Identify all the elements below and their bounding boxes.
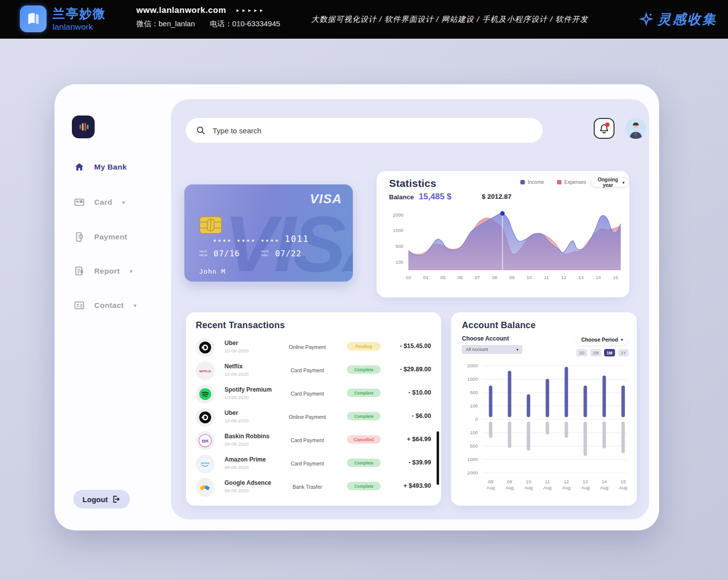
account-balance-card: Account Balance Choose Account All Accou… [451,312,637,506]
svg-text:Aug: Aug [619,485,627,490]
transaction-name: Amazon Prime [224,456,266,463]
logout-icon [112,495,120,504]
card-number: ★★★★ ★★★★ ★★★★ 1011 [213,234,309,244]
transaction-amount: - $29.89.00 [384,366,431,373]
transaction-name: Uber [224,340,238,347]
sidebar-item-contact[interactable]: Contact▾ [73,298,136,313]
choose-account-label: Choose Account [462,335,509,342]
svg-text:100: 100 [395,259,403,265]
lanlanwork-logo-icon [20,5,47,32]
transaction-method: Card Payment [278,437,337,443]
svg-text:100: 100 [470,430,478,435]
main-panel: VISA VISA ★★★★ ★★★★ ★★★★ 1011 [171,99,649,520]
svg-text:07: 07 [475,275,480,280]
svg-text:1000: 1000 [393,228,403,233]
balance-value: 15,485 $ [419,192,451,202]
transaction-date: 10-08-2020 [224,371,249,377]
arrows-decoration: ►►►►► [235,8,265,13]
svg-text:1000: 1000 [467,457,478,462]
svg-text:12: 12 [564,479,569,484]
search-bar[interactable] [186,118,543,143]
search-input[interactable] [212,126,533,135]
brand-text: 兰亭妙微 lanlanwork [53,5,106,32]
period-button-1y[interactable]: 1Y [618,349,629,356]
svg-text:Aug: Aug [505,485,514,490]
chevron-down-icon: ▾ [130,268,133,275]
transaction-date: 10-08-2020 [224,348,249,353]
transaction-name: Baskin Robbins [224,433,270,440]
collect-label: 灵感收集 [658,10,717,28]
valid-from-value: 07/16 [214,249,240,258]
svg-text:05: 05 [440,275,446,280]
transaction-method: Online Payment [278,344,337,350]
sidebar-item-card[interactable]: Card▾ [73,195,125,210]
logout-button[interactable]: Logout [73,490,130,509]
transaction-row[interactable]: Google Adsence08-08-2020Bank TrasferComp… [186,476,441,499]
transaction-amount: - $6.00 [384,412,431,419]
sidebar-item-label: Contact [94,301,124,310]
period-selector[interactable]: Ongoing year ▾ [591,177,629,187]
credit-card: VISA VISA ★★★★ ★★★★ ★★★★ 1011 [184,184,353,282]
svg-text:0: 0 [475,416,478,422]
amazon-icon: prime [196,455,215,473]
card-number-masked: ★★★★ ★★★★ ★★★★ [213,237,280,243]
balance-row: Balance 15,485 $ [389,192,451,202]
wechat-id: 微信：ben_lanlan [136,19,195,28]
home-icon [73,162,85,173]
sidebar-item-label: My Bank [94,163,127,172]
uber-icon [196,338,215,357]
svg-text:08: 08 [492,275,498,280]
sidebar-item-report[interactable]: Report▾ [73,264,132,279]
svg-text:08: 08 [488,479,494,484]
transaction-row[interactable]: Uber10-08-2020Online PaymentPending- $15… [186,336,441,359]
transaction-name: Uber [224,409,238,416]
transaction-row[interactable]: NETFLIXNetflix10-08-2020Card PaymentComp… [186,359,441,383]
app-logo[interactable] [72,116,95,138]
transactions-title: Recent Transactions [196,320,285,331]
svg-text:13: 13 [583,479,588,484]
status-badge: Complete [347,412,381,420]
svg-text:BR: BR [202,438,209,444]
scrollbar[interactable] [437,431,439,485]
svg-text:03: 03 [406,275,411,280]
status-badge: Complete [347,389,381,397]
svg-text:09: 09 [509,275,515,280]
svg-text:Aug: Aug [562,485,570,490]
phone-number: 电话：010-63334945 [210,19,280,28]
transaction-row[interactable]: Uber10-08-2020Online PaymentComplete- $6… [186,406,441,429]
chevron-down-icon: ▾ [134,302,137,309]
collect-block: 灵感收集 [639,0,717,39]
transaction-row[interactable]: Spotify Premium10-08-2020Card PaymentCom… [186,383,441,406]
period-button-1d[interactable]: 1D [576,349,587,356]
svg-text:12: 12 [561,275,566,280]
period-selector-value: Ongoing year [596,177,620,188]
transaction-amount: + $493.90 [384,482,431,489]
svg-text:11: 11 [544,275,549,280]
svg-text:15: 15 [613,275,618,280]
svg-text:14: 14 [602,479,607,484]
transaction-row[interactable]: BRBaskin Robbins09-08-2020Card PaymentCa… [186,429,441,453]
transaction-date: 08-08-2020 [224,464,249,470]
period-button-1w[interactable]: 1W [590,349,601,356]
equalizer-icon [76,120,90,134]
sidebar-item-payment[interactable]: $Payment [73,230,127,244]
card-chip [199,216,222,234]
svg-text:100: 100 [470,403,478,408]
svg-text:10: 10 [527,275,532,280]
account-select[interactable]: All Account ▾ [462,345,522,354]
user-avatar[interactable] [625,118,646,139]
valid-from-label: VALID FROM [199,250,210,257]
transaction-row[interactable]: primeAmazon Prime08-08-2020Card PaymentC… [186,453,441,476]
transactions-card: Recent Transactions Uber10-08-2020Online… [186,312,441,506]
chevron-down-icon: ▾ [122,199,125,206]
sidebar-item-my-bank[interactable]: My Bank [73,160,127,174]
account-select-value: All Account [466,347,488,352]
status-badge: Complete [347,365,381,374]
svg-text:04: 04 [423,275,429,280]
balance-label: Balance [389,193,414,201]
choose-period-dropdown[interactable]: Choose Period ▾ [576,334,628,345]
svg-text:500: 500 [470,443,478,449]
spotify-icon [196,385,215,404]
period-button-1m[interactable]: 1M [604,349,615,356]
notification-button[interactable] [594,118,615,139]
